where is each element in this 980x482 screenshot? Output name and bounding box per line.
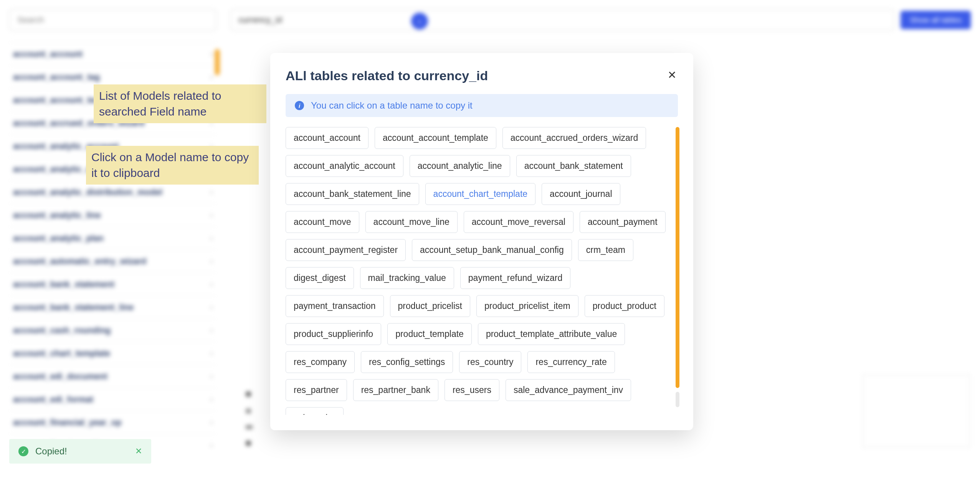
modal-overlay: ALl tables related to currency_id ✕ i Yo… bbox=[0, 0, 980, 482]
table-chip[interactable]: sale_order bbox=[286, 407, 344, 415]
modal-title-field: currency_id bbox=[414, 68, 488, 83]
toast-message: Copied! bbox=[35, 446, 67, 457]
toast-content: ✓ Copied! bbox=[18, 446, 67, 457]
table-chip[interactable]: sale_advance_payment_inv bbox=[506, 379, 631, 401]
table-chip[interactable]: res_users bbox=[445, 379, 499, 401]
table-chip[interactable]: res_country bbox=[459, 351, 521, 373]
table-chip[interactable]: account_chart_template bbox=[425, 183, 536, 205]
table-chip[interactable]: res_partner bbox=[286, 379, 347, 401]
info-banner-text: You can click on a table name to copy it bbox=[311, 100, 473, 111]
table-chip[interactable]: product_pricelist bbox=[390, 295, 470, 317]
table-chip[interactable]: account_analytic_account bbox=[286, 155, 403, 177]
info-icon: i bbox=[295, 101, 304, 110]
table-chip[interactable]: account_setup_bank_manual_config bbox=[412, 239, 572, 261]
copied-toast: ✓ Copied! ✕ bbox=[9, 439, 151, 464]
close-icon: ✕ bbox=[668, 69, 676, 81]
modal-header: ALl tables related to currency_id ✕ bbox=[286, 68, 678, 83]
close-icon: ✕ bbox=[135, 446, 142, 456]
check-icon: ✓ bbox=[18, 446, 28, 456]
table-chip[interactable]: res_company bbox=[286, 351, 355, 373]
table-chip[interactable]: payment_transaction bbox=[286, 295, 384, 317]
info-banner: i You can click on a table name to copy … bbox=[286, 94, 678, 117]
table-chip[interactable]: product_pricelist_item bbox=[476, 295, 578, 317]
table-chip[interactable]: account_bank_statement_line bbox=[286, 183, 419, 205]
table-chip[interactable]: account_account_template bbox=[375, 127, 496, 149]
table-chip[interactable]: account_analytic_line bbox=[410, 155, 510, 177]
tables-container: account_accountaccount_account_templatea… bbox=[286, 127, 678, 415]
table-chip[interactable]: account_move bbox=[286, 211, 359, 233]
table-chip[interactable]: account_payment bbox=[580, 211, 666, 233]
tables-grid: account_accountaccount_account_templatea… bbox=[286, 127, 678, 415]
modal-scrollbar-thumb[interactable] bbox=[676, 127, 679, 388]
table-chip[interactable]: res_partner_bank bbox=[353, 379, 438, 401]
table-chip[interactable]: account_bank_statement bbox=[516, 155, 631, 177]
table-chip[interactable]: product_supplierinfo bbox=[286, 323, 381, 345]
table-chip[interactable]: account_accrued_orders_wizard bbox=[502, 127, 646, 149]
table-chip[interactable]: product_template bbox=[387, 323, 472, 345]
close-button[interactable]: ✕ bbox=[666, 68, 678, 82]
table-chip[interactable]: payment_refund_wizard bbox=[460, 267, 570, 289]
table-chip[interactable]: mail_tracking_value bbox=[360, 267, 454, 289]
table-chip[interactable]: account_payment_register bbox=[286, 239, 406, 261]
table-chip[interactable]: account_account bbox=[286, 127, 369, 149]
toast-close-button[interactable]: ✕ bbox=[135, 446, 142, 456]
table-chip[interactable]: product_product bbox=[585, 295, 664, 317]
table-chip[interactable]: res_config_settings bbox=[361, 351, 453, 373]
table-chip[interactable]: res_currency_rate bbox=[527, 351, 615, 373]
modal-title-prefix: ALl tables related to bbox=[286, 68, 414, 83]
modal-scrollbar-track bbox=[676, 392, 679, 407]
table-chip[interactable]: digest_digest bbox=[286, 267, 354, 289]
related-tables-modal: ALl tables related to currency_id ✕ i Yo… bbox=[270, 53, 693, 430]
table-chip[interactable]: account_move_line bbox=[365, 211, 458, 233]
table-chip[interactable]: account_move_reversal bbox=[464, 211, 573, 233]
table-chip[interactable]: account_journal bbox=[542, 183, 620, 205]
modal-title: ALl tables related to currency_id bbox=[286, 68, 488, 83]
table-chip[interactable]: product_template_attribute_value bbox=[478, 323, 625, 345]
table-chip[interactable]: crm_team bbox=[578, 239, 633, 261]
